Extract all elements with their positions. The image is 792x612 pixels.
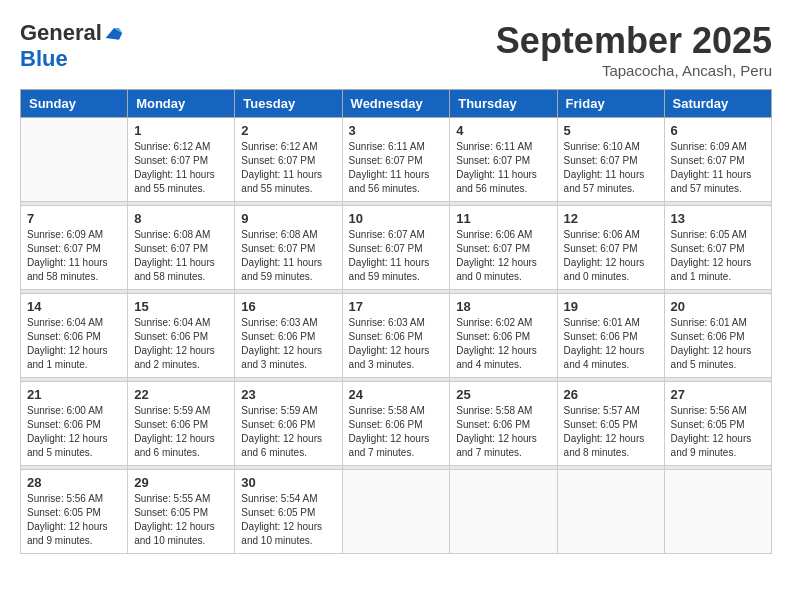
calendar-cell: 8Sunrise: 6:08 AM Sunset: 6:07 PM Daylig… bbox=[128, 206, 235, 290]
day-info: Sunrise: 6:04 AM Sunset: 6:06 PM Dayligh… bbox=[134, 316, 228, 372]
calendar-cell: 22Sunrise: 5:59 AM Sunset: 6:06 PM Dayli… bbox=[128, 382, 235, 466]
day-info: Sunrise: 6:03 AM Sunset: 6:06 PM Dayligh… bbox=[241, 316, 335, 372]
day-info: Sunrise: 6:12 AM Sunset: 6:07 PM Dayligh… bbox=[241, 140, 335, 196]
calendar-week-row: 28Sunrise: 5:56 AM Sunset: 6:05 PM Dayli… bbox=[21, 470, 772, 554]
day-number: 22 bbox=[134, 387, 228, 402]
title-area: September 2025 Tapacocha, Ancash, Peru bbox=[496, 20, 772, 79]
day-info: Sunrise: 6:08 AM Sunset: 6:07 PM Dayligh… bbox=[241, 228, 335, 284]
day-info: Sunrise: 6:03 AM Sunset: 6:06 PM Dayligh… bbox=[349, 316, 444, 372]
day-number: 24 bbox=[349, 387, 444, 402]
calendar-cell: 25Sunrise: 5:58 AM Sunset: 6:06 PM Dayli… bbox=[450, 382, 557, 466]
day-info: Sunrise: 5:59 AM Sunset: 6:06 PM Dayligh… bbox=[241, 404, 335, 460]
calendar-cell: 7Sunrise: 6:09 AM Sunset: 6:07 PM Daylig… bbox=[21, 206, 128, 290]
day-number: 11 bbox=[456, 211, 550, 226]
calendar-cell: 4Sunrise: 6:11 AM Sunset: 6:07 PM Daylig… bbox=[450, 118, 557, 202]
logo-icon bbox=[104, 24, 124, 42]
calendar-cell: 27Sunrise: 5:56 AM Sunset: 6:05 PM Dayli… bbox=[664, 382, 771, 466]
location-subtitle: Tapacocha, Ancash, Peru bbox=[496, 62, 772, 79]
calendar-cell: 12Sunrise: 6:06 AM Sunset: 6:07 PM Dayli… bbox=[557, 206, 664, 290]
day-number: 9 bbox=[241, 211, 335, 226]
day-number: 16 bbox=[241, 299, 335, 314]
calendar-cell: 21Sunrise: 6:00 AM Sunset: 6:06 PM Dayli… bbox=[21, 382, 128, 466]
day-info: Sunrise: 6:06 AM Sunset: 6:07 PM Dayligh… bbox=[456, 228, 550, 284]
day-info: Sunrise: 6:01 AM Sunset: 6:06 PM Dayligh… bbox=[564, 316, 658, 372]
day-info: Sunrise: 5:55 AM Sunset: 6:05 PM Dayligh… bbox=[134, 492, 228, 548]
day-number: 14 bbox=[27, 299, 121, 314]
day-number: 19 bbox=[564, 299, 658, 314]
calendar-cell: 30Sunrise: 5:54 AM Sunset: 6:05 PM Dayli… bbox=[235, 470, 342, 554]
day-number: 20 bbox=[671, 299, 765, 314]
day-info: Sunrise: 6:00 AM Sunset: 6:06 PM Dayligh… bbox=[27, 404, 121, 460]
day-info: Sunrise: 6:11 AM Sunset: 6:07 PM Dayligh… bbox=[349, 140, 444, 196]
calendar-cell: 15Sunrise: 6:04 AM Sunset: 6:06 PM Dayli… bbox=[128, 294, 235, 378]
day-number: 1 bbox=[134, 123, 228, 138]
weekday-header: Sunday bbox=[21, 90, 128, 118]
day-info: Sunrise: 6:09 AM Sunset: 6:07 PM Dayligh… bbox=[27, 228, 121, 284]
calendar-cell: 24Sunrise: 5:58 AM Sunset: 6:06 PM Dayli… bbox=[342, 382, 450, 466]
day-number: 25 bbox=[456, 387, 550, 402]
day-info: Sunrise: 6:10 AM Sunset: 6:07 PM Dayligh… bbox=[564, 140, 658, 196]
day-info: Sunrise: 5:59 AM Sunset: 6:06 PM Dayligh… bbox=[134, 404, 228, 460]
day-number: 3 bbox=[349, 123, 444, 138]
day-info: Sunrise: 6:02 AM Sunset: 6:06 PM Dayligh… bbox=[456, 316, 550, 372]
calendar-cell: 19Sunrise: 6:01 AM Sunset: 6:06 PM Dayli… bbox=[557, 294, 664, 378]
calendar-cell bbox=[342, 470, 450, 554]
day-info: Sunrise: 5:58 AM Sunset: 6:06 PM Dayligh… bbox=[349, 404, 444, 460]
day-number: 10 bbox=[349, 211, 444, 226]
calendar-cell: 17Sunrise: 6:03 AM Sunset: 6:06 PM Dayli… bbox=[342, 294, 450, 378]
day-number: 12 bbox=[564, 211, 658, 226]
calendar-cell bbox=[557, 470, 664, 554]
calendar-table: SundayMondayTuesdayWednesdayThursdayFrid… bbox=[20, 89, 772, 554]
calendar-cell: 16Sunrise: 6:03 AM Sunset: 6:06 PM Dayli… bbox=[235, 294, 342, 378]
month-title: September 2025 bbox=[496, 20, 772, 62]
day-info: Sunrise: 6:06 AM Sunset: 6:07 PM Dayligh… bbox=[564, 228, 658, 284]
calendar-cell: 3Sunrise: 6:11 AM Sunset: 6:07 PM Daylig… bbox=[342, 118, 450, 202]
day-info: Sunrise: 6:05 AM Sunset: 6:07 PM Dayligh… bbox=[671, 228, 765, 284]
day-info: Sunrise: 6:08 AM Sunset: 6:07 PM Dayligh… bbox=[134, 228, 228, 284]
day-number: 27 bbox=[671, 387, 765, 402]
calendar-cell: 10Sunrise: 6:07 AM Sunset: 6:07 PM Dayli… bbox=[342, 206, 450, 290]
day-number: 18 bbox=[456, 299, 550, 314]
calendar-cell: 23Sunrise: 5:59 AM Sunset: 6:06 PM Dayli… bbox=[235, 382, 342, 466]
day-number: 30 bbox=[241, 475, 335, 490]
day-number: 29 bbox=[134, 475, 228, 490]
day-info: Sunrise: 5:56 AM Sunset: 6:05 PM Dayligh… bbox=[27, 492, 121, 548]
weekday-header: Friday bbox=[557, 90, 664, 118]
day-number: 28 bbox=[27, 475, 121, 490]
calendar-week-row: 1Sunrise: 6:12 AM Sunset: 6:07 PM Daylig… bbox=[21, 118, 772, 202]
calendar-cell: 26Sunrise: 5:57 AM Sunset: 6:05 PM Dayli… bbox=[557, 382, 664, 466]
calendar-cell: 18Sunrise: 6:02 AM Sunset: 6:06 PM Dayli… bbox=[450, 294, 557, 378]
day-number: 15 bbox=[134, 299, 228, 314]
day-number: 8 bbox=[134, 211, 228, 226]
calendar-week-row: 7Sunrise: 6:09 AM Sunset: 6:07 PM Daylig… bbox=[21, 206, 772, 290]
calendar-cell: 29Sunrise: 5:55 AM Sunset: 6:05 PM Dayli… bbox=[128, 470, 235, 554]
weekday-header: Monday bbox=[128, 90, 235, 118]
calendar-cell: 5Sunrise: 6:10 AM Sunset: 6:07 PM Daylig… bbox=[557, 118, 664, 202]
day-info: Sunrise: 6:01 AM Sunset: 6:06 PM Dayligh… bbox=[671, 316, 765, 372]
calendar-cell: 1Sunrise: 6:12 AM Sunset: 6:07 PM Daylig… bbox=[128, 118, 235, 202]
day-info: Sunrise: 6:12 AM Sunset: 6:07 PM Dayligh… bbox=[134, 140, 228, 196]
weekday-header: Tuesday bbox=[235, 90, 342, 118]
weekday-header: Thursday bbox=[450, 90, 557, 118]
day-info: Sunrise: 5:54 AM Sunset: 6:05 PM Dayligh… bbox=[241, 492, 335, 548]
day-number: 5 bbox=[564, 123, 658, 138]
logo: General Blue bbox=[20, 20, 124, 72]
calendar-cell bbox=[664, 470, 771, 554]
day-info: Sunrise: 6:04 AM Sunset: 6:06 PM Dayligh… bbox=[27, 316, 121, 372]
calendar-cell: 20Sunrise: 6:01 AM Sunset: 6:06 PM Dayli… bbox=[664, 294, 771, 378]
logo-general: General bbox=[20, 20, 102, 46]
day-number: 26 bbox=[564, 387, 658, 402]
weekday-header: Wednesday bbox=[342, 90, 450, 118]
day-number: 21 bbox=[27, 387, 121, 402]
calendar-cell: 6Sunrise: 6:09 AM Sunset: 6:07 PM Daylig… bbox=[664, 118, 771, 202]
day-info: Sunrise: 6:09 AM Sunset: 6:07 PM Dayligh… bbox=[671, 140, 765, 196]
day-number: 13 bbox=[671, 211, 765, 226]
calendar-cell: 11Sunrise: 6:06 AM Sunset: 6:07 PM Dayli… bbox=[450, 206, 557, 290]
day-info: Sunrise: 6:07 AM Sunset: 6:07 PM Dayligh… bbox=[349, 228, 444, 284]
calendar-week-row: 14Sunrise: 6:04 AM Sunset: 6:06 PM Dayli… bbox=[21, 294, 772, 378]
weekday-header-row: SundayMondayTuesdayWednesdayThursdayFrid… bbox=[21, 90, 772, 118]
calendar-cell bbox=[21, 118, 128, 202]
day-number: 17 bbox=[349, 299, 444, 314]
calendar-cell: 2Sunrise: 6:12 AM Sunset: 6:07 PM Daylig… bbox=[235, 118, 342, 202]
day-number: 6 bbox=[671, 123, 765, 138]
